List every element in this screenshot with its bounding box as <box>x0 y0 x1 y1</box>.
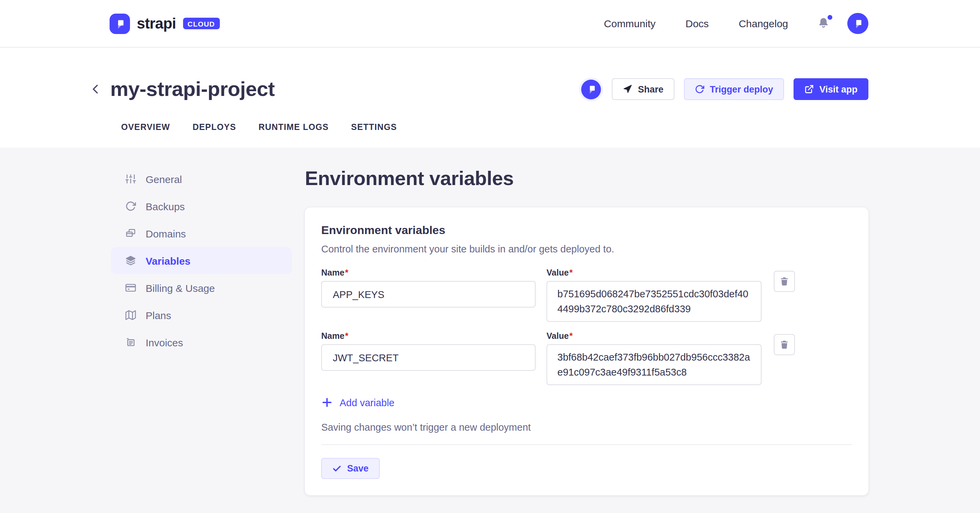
add-variable-button[interactable]: Add variable <box>321 397 395 408</box>
variable-row: Name* Value* 3bf68b42caef373fb96bb027db9… <box>321 331 852 385</box>
name-label: Name* <box>321 331 536 341</box>
project-title: my-strapi-project <box>110 78 275 101</box>
sidebar-item-label: Billing & Usage <box>146 282 215 294</box>
required-marker: * <box>569 268 573 278</box>
project-actions: Share Trigger deploy Visit app <box>582 78 869 100</box>
nav-link-community[interactable]: Community <box>604 18 656 29</box>
required-marker: * <box>569 331 573 341</box>
card-description: Control the environment your site builds… <box>321 244 852 254</box>
external-link-icon <box>804 84 814 94</box>
variable-value-input[interactable]: b751695d068247be7352551cdc30f03def404499… <box>546 281 762 322</box>
check-icon <box>332 464 342 473</box>
value-label: Value* <box>546 331 762 341</box>
settings-sidebar: General Backups Domains Variables <box>111 165 292 356</box>
variable-name-input[interactable] <box>321 344 536 371</box>
save-button-label: Save <box>347 463 369 473</box>
share-button[interactable]: Share <box>612 78 675 100</box>
tab-deploys[interactable]: DEPLOYS <box>192 122 236 132</box>
map-icon <box>125 310 136 321</box>
plus-icon <box>321 397 333 408</box>
share-button-label: Share <box>638 84 663 94</box>
project-avatar[interactable] <box>582 79 601 99</box>
send-icon <box>623 84 633 94</box>
cloud-badge: CLOUD <box>183 18 220 29</box>
sidebar-item-label: Backups <box>146 200 185 212</box>
notifications-bell-icon[interactable] <box>817 16 830 31</box>
environment-variables-card: Environment variables Control the enviro… <box>305 208 869 495</box>
variable-rows: Name* Value* b751695d068247be7352551cdc3… <box>321 268 852 385</box>
required-marker: * <box>345 331 348 341</box>
value-label: Value* <box>546 268 762 278</box>
sidebar-item-general[interactable]: General <box>111 165 292 192</box>
strapi-cloud-logo[interactable]: strapi CLOUD <box>110 13 220 34</box>
project-tabs: OVERVIEW DEPLOYS RUNTIME LOGS SETTINGS <box>121 122 869 148</box>
variable-value-input[interactable]: 3bf68b42caef373fb96bb027db956ccc3382ae91… <box>546 344 762 385</box>
page-title: Environment variables <box>305 167 869 190</box>
sidebar-item-label: Variables <box>146 255 191 266</box>
sidebar-item-billing-usage[interactable]: Billing & Usage <box>111 274 292 302</box>
sliders-icon <box>125 173 136 184</box>
trash-icon <box>779 340 789 350</box>
value-field-group: Value* 3bf68b42caef373fb96bb027db956ccc3… <box>546 331 762 385</box>
add-variable-label: Add variable <box>340 397 395 408</box>
top-nav-links: Community Docs Changelog <box>574 13 869 34</box>
user-avatar[interactable] <box>847 13 869 34</box>
screen: strapi CLOUD Community Docs Changelog my… <box>0 0 980 513</box>
value-field-group: Value* b751695d068247be7352551cdc30f03de… <box>546 268 762 322</box>
credit-card-icon <box>125 282 136 293</box>
sidebar-item-label: General <box>146 173 182 185</box>
variable-row: Name* Value* b751695d068247be7352551cdc3… <box>321 268 852 322</box>
project-title-row: my-strapi-project Share Trigger deploy <box>110 48 869 101</box>
trash-icon <box>779 276 789 286</box>
nav-link-docs[interactable]: Docs <box>686 18 709 29</box>
tab-settings[interactable]: SETTINGS <box>351 122 397 132</box>
save-note: Saving changes won’t trigger a new deplo… <box>321 422 852 433</box>
strapi-logo-icon <box>110 13 130 34</box>
browser-windows-icon <box>125 228 136 239</box>
delete-variable-button[interactable] <box>774 271 795 292</box>
sidebar-item-domains[interactable]: Domains <box>111 220 292 247</box>
nav-link-changelog[interactable]: Changelog <box>739 18 788 29</box>
tab-runtime-logs[interactable]: RUNTIME LOGS <box>259 122 329 132</box>
brand-wordmark: strapi <box>137 14 176 32</box>
card-title: Environment variables <box>321 224 852 237</box>
tab-overview[interactable]: OVERVIEW <box>121 122 170 132</box>
sidebar-item-label: Domains <box>146 227 186 239</box>
refresh-icon <box>125 201 136 211</box>
sidebar-item-invoices[interactable]: Invoices <box>111 329 292 356</box>
invoice-icon <box>125 337 136 348</box>
trigger-deploy-label: Trigger deploy <box>710 84 773 94</box>
variable-name-input[interactable] <box>321 281 536 308</box>
sidebar-item-label: Invoices <box>146 337 183 348</box>
required-marker: * <box>345 268 348 278</box>
sidebar-item-plans[interactable]: Plans <box>111 302 292 329</box>
sidebar-item-label: Plans <box>146 309 171 321</box>
sidebar-item-variables[interactable]: Variables <box>111 247 292 274</box>
delete-variable-button[interactable] <box>774 334 795 355</box>
trigger-deploy-button[interactable]: Trigger deploy <box>684 78 784 100</box>
notification-dot <box>827 14 832 19</box>
variables-main-panel: Environment variables Environment variab… <box>305 165 869 495</box>
settings-content: General Backups Domains Variables <box>0 148 980 495</box>
name-label: Name* <box>321 268 536 278</box>
strapi-cloud-app: strapi CLOUD Community Docs Changelog my… <box>0 0 980 513</box>
save-button[interactable]: Save <box>321 458 379 479</box>
visit-app-label: Visit app <box>819 84 858 94</box>
name-field-group: Name* <box>321 268 536 308</box>
name-field-group: Name* <box>321 331 536 371</box>
layers-icon <box>125 255 136 266</box>
top-navigation-bar: strapi CLOUD Community Docs Changelog <box>0 0 980 48</box>
visit-app-button[interactable]: Visit app <box>794 78 869 100</box>
refresh-icon <box>695 84 705 94</box>
back-button[interactable] <box>87 81 103 97</box>
card-divider <box>321 444 852 445</box>
sidebar-item-backups[interactable]: Backups <box>111 192 292 220</box>
project-header: my-strapi-project Share Trigger deploy <box>0 48 980 148</box>
